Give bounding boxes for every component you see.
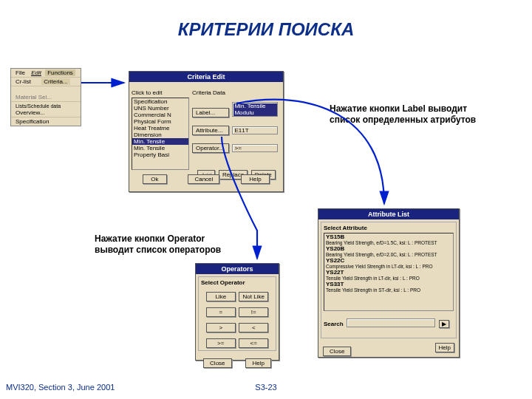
attrlist-search-input[interactable] xyxy=(347,318,435,327)
attrlist-item-name[interactable]: YS15B xyxy=(324,233,453,240)
menu-panel: File Edit Functions Cr-list Criteria... … xyxy=(10,68,81,126)
menu-spec[interactable]: Specification xyxy=(13,118,51,125)
criteria-list-item[interactable]: Dimension xyxy=(132,132,188,138)
attrlist-item-desc: Tensile Yield Strength in ST-dir, ksi : … xyxy=(324,287,453,293)
attrlist-item-desc: Bearing Yield Strength, e/D=2.0C, ksi: L… xyxy=(324,252,453,257)
attrlist-header: Select Attribute xyxy=(324,225,454,231)
op-neq[interactable]: != xyxy=(239,307,268,317)
criteria-col1-header: Click to edit xyxy=(132,89,162,96)
op-gte[interactable]: >= xyxy=(206,338,236,348)
menu-overview[interactable]: Overview... xyxy=(13,109,47,116)
criteria-list-item[interactable]: UNS Number xyxy=(132,105,188,112)
operators-header: Select Operator xyxy=(201,279,273,286)
criteria-list-item[interactable]: Heat Treatme xyxy=(132,125,188,132)
criteria-list-item-selected[interactable]: Min. Tensile xyxy=(132,138,188,145)
attrlist-item-name[interactable]: YS22C xyxy=(324,257,453,264)
cancel-button[interactable]: Cancel xyxy=(188,174,219,184)
attrlist-titlebar: Attribute List xyxy=(318,209,459,219)
menu-material: Material Sel... xyxy=(13,94,54,100)
menu-criteria[interactable]: Criteria... xyxy=(41,78,69,85)
criteria-col2-header: Criteria Data xyxy=(192,89,225,96)
attrlist-item-name[interactable]: YS33T xyxy=(324,281,453,287)
operator-value: >= xyxy=(232,144,278,152)
attrlist-item-name[interactable]: YS22T xyxy=(324,269,453,276)
attrlist-help-button[interactable]: Help xyxy=(435,343,454,352)
page-title: КРИТЕРИИ ПОИСКА xyxy=(0,19,532,40)
op-gt[interactable]: > xyxy=(206,323,236,332)
op-lte[interactable]: <= xyxy=(239,338,268,348)
attrlist-search-label: Search xyxy=(324,321,344,327)
op-notlike[interactable]: Not Like xyxy=(239,292,268,301)
op-like[interactable]: Like xyxy=(206,292,236,301)
operators-close-button[interactable]: Close xyxy=(203,358,231,368)
menu-edit[interactable]: Edit xyxy=(29,69,44,76)
ok-button[interactable]: Ok xyxy=(143,174,166,184)
criteria-list-item[interactable]: Min. Tensile xyxy=(132,145,188,151)
menu-function[interactable]: Functions xyxy=(45,69,75,76)
menu-lists[interactable]: Lists/Schedule data xyxy=(13,103,63,109)
attribute-value: E11T xyxy=(232,126,278,134)
criteria-edit-dialog: Criteria Edit Click to edit Specificatio… xyxy=(129,71,284,192)
attrlist-close-button[interactable]: Close xyxy=(323,347,351,356)
menu-crlist[interactable]: Cr-list xyxy=(13,78,40,85)
criteria-titlebar: Criteria Edit xyxy=(129,72,283,82)
annotation-label: Нажатие кнопки Label выводит список опре… xyxy=(330,103,477,126)
annotation-operator: Нажатие кнопки Operator выводит список о… xyxy=(95,233,242,256)
operators-titlebar: Operators xyxy=(196,264,279,274)
attribute-button[interactable]: Attribute... xyxy=(192,126,229,135)
attrlist-item-name[interactable]: YS20B xyxy=(324,245,453,252)
attrlist-item-desc: Tensile Yield Strength in LT-dir, ksi : … xyxy=(324,276,453,281)
help-button[interactable]: Help xyxy=(241,174,269,184)
attrlist-search-go[interactable]: ▶ xyxy=(439,320,449,328)
operators-help-button[interactable]: Help xyxy=(245,358,270,368)
label-button[interactable]: Label... xyxy=(192,108,229,117)
criteria-list-item[interactable]: Property Basi xyxy=(132,151,188,158)
criteria-list-item[interactable]: Physical Form xyxy=(132,118,188,125)
footer-center: S3-23 xyxy=(0,383,532,392)
op-eq[interactable]: = xyxy=(206,307,236,317)
criteria-list[interactable]: Specification UNS Number Commercial N Ph… xyxy=(132,98,189,170)
criteria-list-item[interactable]: Commercial N xyxy=(132,112,188,118)
attrlist-listbox[interactable]: YS15B Bearing Yield Strength, e/D=1.5C, … xyxy=(324,233,454,311)
attribute-list-dialog: Attribute List Select Attribute YS15B Be… xyxy=(318,208,460,358)
operators-dialog: Operators Select Operator Like Not Like … xyxy=(195,263,279,361)
op-lt[interactable]: < xyxy=(239,323,268,332)
attrlist-item-desc: Bearing Yield Strength, e/D=1.5C, ksi: L… xyxy=(324,240,453,245)
operator-button[interactable]: Operator... xyxy=(192,143,229,153)
criteria-list-item[interactable]: Specification xyxy=(132,98,188,105)
label-value: Min. Tensile Modulu xyxy=(232,102,278,117)
menu-file[interactable]: File xyxy=(13,69,27,76)
attrlist-item-desc: Compressive Yield Strength in LT-dir, ks… xyxy=(324,264,453,269)
